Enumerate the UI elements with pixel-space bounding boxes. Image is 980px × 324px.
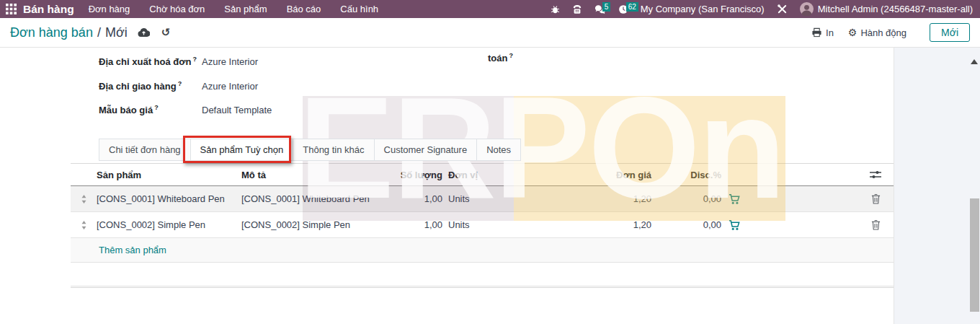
main-menu: Đơn hàng Chờ hóa đơn Sản phẩm Báo cáo Cấ…	[89, 4, 378, 14]
table-row[interactable]: [CONS_0001] Whiteboard Pen [CONS_0001] W…	[71, 186, 894, 212]
field-label: Địa chỉ giao hàng?	[99, 80, 202, 92]
debug-bug-icon[interactable]	[551, 4, 560, 14]
tab-notes[interactable]: Notes	[476, 139, 521, 161]
drag-handle-icon[interactable]	[71, 221, 97, 229]
menu-item-reporting[interactable]: Báo cáo	[287, 4, 321, 14]
action-label: Hành động	[860, 27, 906, 38]
top-navbar: Bán hàng Đơn hàng Chờ hóa đơn Sản phẩm B…	[0, 0, 980, 18]
col-header-product[interactable]: Sản phẩm	[97, 170, 241, 180]
empty-line[interactable]	[71, 263, 894, 286]
col-header-quantity[interactable]: Số lượng	[400, 170, 442, 180]
section-divider	[71, 286, 894, 288]
tab-customer-signature[interactable]: Customer Signature	[374, 139, 478, 161]
page-background-rail	[894, 48, 980, 324]
tools-icon[interactable]	[777, 4, 788, 14]
field-quotation-template: Mẫu báo giá? Default Template	[99, 104, 272, 115]
clipped-field-label: toán?	[488, 52, 513, 64]
field-value[interactable]: Default Template	[202, 105, 272, 115]
printer-icon	[811, 27, 822, 38]
breadcrumb-separator: /	[97, 25, 101, 40]
save-cloud-icon[interactable]	[138, 27, 150, 38]
add-to-order-cart-icon[interactable]	[721, 193, 754, 205]
col-header-description[interactable]: Mô tả	[241, 170, 400, 180]
table-row[interactable]: [CONS_0002] Simple Pen [CONS_0002] Simpl…	[71, 212, 894, 238]
add-product-row: Thêm sản phẩm	[71, 238, 894, 263]
scrollbar-up-arrow[interactable]	[971, 59, 978, 64]
cell-unit[interactable]: Units	[442, 219, 504, 230]
cell-discount[interactable]: 0,00	[651, 219, 721, 230]
cell-product[interactable]: [CONS_0001] Whiteboard Pen	[97, 193, 241, 204]
menu-item-orders[interactable]: Đơn hàng	[89, 4, 130, 14]
breadcrumb: Đơn hàng bán / Mới	[10, 25, 128, 40]
notebook-tabs: Chi tiết đơn hàng Sản phẩm Tuỳ chọn Thôn…	[99, 139, 521, 161]
cell-description[interactable]: [CONS_0002] Simple Pen	[241, 219, 400, 230]
print-label: In	[826, 27, 834, 38]
field-invoice-address: Địa chỉ xuất hoá đơn? Azure Interior	[99, 56, 258, 67]
cell-product[interactable]: [CONS_0002] Simple Pen	[97, 219, 241, 230]
gear-icon: ⚙	[848, 27, 858, 38]
menu-item-products[interactable]: Sản phẩm	[224, 4, 267, 14]
help-question-mark: ?	[154, 104, 159, 111]
col-header-discount[interactable]: Disc.%	[651, 170, 721, 180]
field-label: Địa chỉ xuất hoá đơn?	[99, 56, 202, 67]
add-product-link[interactable]: Thêm sản phẩm	[99, 245, 166, 255]
menu-item-to-invoice[interactable]: Chờ hóa đơn	[149, 4, 205, 14]
activities-clock-icon[interactable]: 62	[618, 4, 628, 14]
tab-other-info[interactable]: Thông tin khác	[293, 139, 374, 161]
form-sheet: Địa chỉ xuất hoá đơn? Azure Interior Địa…	[0, 48, 894, 324]
add-to-order-cart-icon[interactable]	[721, 219, 754, 231]
field-delivery-address: Địa chỉ giao hàng? Azure Interior	[99, 80, 258, 92]
user-name: Mitchell Admin (24566487-master-all)	[818, 4, 973, 14]
action-menu-button[interactable]: ⚙ Hành động	[848, 27, 906, 38]
cell-description[interactable]: [CONS_0001] Whiteboard Pen	[241, 193, 400, 204]
app-name[interactable]: Bán hàng	[23, 3, 74, 16]
table-header-row: Sản phẩm Mô tả Số lượng Đơn vị Đơn giá D…	[71, 163, 894, 186]
discard-undo-icon[interactable]: ↺	[161, 26, 171, 39]
messages-icon[interactable]: 5	[594, 4, 606, 14]
help-question-mark: ?	[178, 80, 182, 87]
cell-unit[interactable]: Units	[442, 193, 504, 204]
print-button[interactable]: In	[811, 27, 834, 38]
cell-quantity[interactable]: 1,00	[400, 219, 442, 230]
field-value[interactable]: Azure Interior	[202, 81, 258, 92]
cell-discount[interactable]: 0,00	[651, 193, 721, 204]
user-menu[interactable]: Mitchell Admin (24566487-master-all)	[800, 2, 973, 16]
activities-count-badge: 62	[626, 2, 638, 12]
help-question-mark: ?	[192, 56, 197, 63]
company-switcher[interactable]: My Company (San Francisco)	[641, 4, 765, 14]
delete-row-trash-icon[interactable]	[858, 219, 894, 230]
field-label: Mẫu báo giá?	[99, 104, 202, 115]
tab-order-lines[interactable]: Chi tiết đơn hàng	[99, 139, 191, 161]
cell-unit-price[interactable]: 1,20	[504, 193, 651, 204]
avatar	[800, 2, 814, 16]
menu-item-configuration[interactable]: Cấu hình	[340, 4, 378, 14]
new-button[interactable]: Mới	[930, 23, 970, 42]
control-panel: Đơn hàng bán / Mới ↺ In ⚙ Hành động Mới	[0, 18, 980, 48]
cell-unit-price[interactable]: 1,20	[504, 219, 651, 230]
help-question-mark: ?	[509, 52, 513, 59]
field-value[interactable]: Azure Interior	[202, 56, 258, 67]
messages-count-badge: 5	[602, 2, 611, 12]
breadcrumb-parent[interactable]: Đơn hàng bán	[10, 25, 93, 40]
col-header-unit[interactable]: Đơn vị	[442, 170, 504, 180]
tab-optional-products[interactable]: Sản phẩm Tuỳ chọn	[190, 139, 294, 161]
col-header-unit-price[interactable]: Đơn giá	[504, 170, 651, 180]
order-lines-table: Sản phẩm Mô tả Số lượng Đơn vị Đơn giá D…	[71, 163, 894, 288]
scrollbar-thumb[interactable]	[970, 198, 979, 312]
breadcrumb-current: Mới	[105, 25, 128, 40]
cell-quantity[interactable]: 1,00	[400, 193, 442, 204]
columns-toggle-icon[interactable]	[858, 170, 894, 179]
drag-handle-icon[interactable]	[71, 195, 97, 203]
phone-icon[interactable]	[572, 4, 582, 14]
apps-grid-icon[interactable]	[6, 4, 17, 14]
delete-row-trash-icon[interactable]	[858, 193, 894, 204]
